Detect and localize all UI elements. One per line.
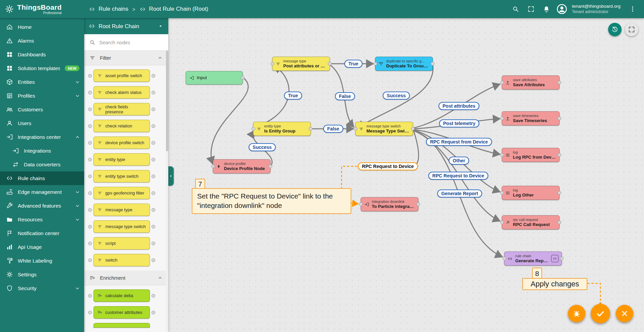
input-connector[interactable] (500, 117, 504, 120)
edge-label-other[interactable]: Other (449, 157, 469, 165)
output-connector[interactable] (328, 62, 332, 66)
sidebar-item-api-usage[interactable]: Api Usage (0, 240, 84, 254)
edge-label-success[interactable]: Success (383, 92, 410, 100)
node-device-profile[interactable]: device profileDevice Profile Node (213, 159, 271, 173)
output-connector[interactable] (558, 117, 561, 120)
rule-chain-selector[interactable]: Root Rule Chain (84, 18, 168, 34)
edge-label-generate-report[interactable]: Generate Report (437, 189, 482, 198)
search-nodes-input[interactable] (99, 40, 166, 45)
output-connector[interactable] (558, 191, 561, 195)
user-avatar[interactable] (555, 2, 569, 16)
node-message-type[interactable]: message typePost attributes or RP... (272, 57, 330, 71)
edge-label-post-telemetry[interactable]: Post telemetry (439, 119, 479, 127)
sidebar-item-white-labeling[interactable]: White Labeling (0, 254, 84, 268)
sidebar-item-integrations-center[interactable]: Integrations center (0, 130, 84, 144)
output-connector[interactable] (309, 127, 312, 131)
palette-collapse-toggle[interactable] (168, 166, 174, 186)
output-connector[interactable] (558, 153, 561, 157)
edge-label-false[interactable]: False (335, 92, 355, 100)
node-input[interactable]: Input (186, 71, 243, 85)
palette-node-message-type-switch[interactable]: message type switch (94, 220, 150, 233)
node-message-type-switch[interactable]: message type switchMessage Type Switch (355, 122, 413, 136)
debug-mode-button[interactable] (568, 305, 585, 322)
input-connector[interactable] (354, 127, 357, 131)
node-entity-type[interactable]: entity typeIs Entity Group (253, 122, 311, 136)
input-connector[interactable] (211, 165, 215, 168)
breadcrumb-rule-chains[interactable]: Rule chains (99, 6, 128, 12)
more-menu-button[interactable] (626, 2, 639, 16)
output-connector[interactable] (558, 221, 561, 224)
node-save-attributes[interactable]: save attributesSave Attributes (502, 75, 560, 90)
sidebar-item-integrations[interactable]: Integrations (0, 144, 84, 158)
sidebar-item-edge-management[interactable]: Edge management (0, 185, 84, 199)
sidebar-item-home[interactable]: Home (0, 20, 84, 34)
palette-node-check-relation[interactable]: check relation (94, 120, 150, 132)
edge-label-rpc-request-from-device[interactable]: RPC Request from Device (426, 138, 492, 146)
palette-node-calculate-delta[interactable]: calculate delta (94, 289, 150, 302)
palette-node-entity-type-switch[interactable]: entity type switch (94, 170, 150, 182)
palette-node-entity-type[interactable]: entity type (94, 153, 150, 166)
sidebar-item-notification-center[interactable]: Notification center (0, 226, 84, 240)
input-connector[interactable] (500, 221, 504, 224)
open-rule-chain-icon[interactable] (551, 255, 559, 262)
output-connector[interactable] (241, 76, 244, 80)
sidebar-item-advanced-features[interactable]: Advanced features (0, 199, 84, 213)
output-connector[interactable] (558, 81, 561, 85)
palette-node-message-type[interactable]: message type (94, 204, 150, 216)
palette-node-script[interactable]: script (94, 237, 150, 250)
sidebar-item-solution-templates[interactable]: Solution templates NEW (0, 61, 84, 75)
palette-node-customer-attributes[interactable]: customer attributes (94, 306, 150, 319)
output-connector[interactable] (416, 203, 420, 206)
sidebar-item-entities[interactable]: Entities (0, 75, 84, 89)
restore-history-button[interactable] (608, 23, 622, 36)
palette-node-asset-profile-switch[interactable]: asset profile switch (94, 69, 150, 82)
sidebar-item-profiles[interactable]: Profiles (0, 89, 84, 103)
edge-label-rpc-request-to-device[interactable]: RPC Request to Device (428, 172, 488, 180)
node-log-other[interactable]: logLog Other (502, 186, 560, 200)
input-connector[interactable] (500, 81, 504, 85)
input-connector[interactable] (251, 127, 255, 131)
sidebar-item-customers[interactable]: Customers (0, 103, 84, 116)
section-filter[interactable]: Filter (84, 51, 168, 65)
input-connector[interactable] (500, 191, 504, 195)
palette-node-check-alarm-status[interactable]: check alarm status (94, 86, 150, 99)
node-log-rpc-from-device[interactable]: logLog RPC from Device (502, 148, 560, 162)
edge-label-post-attributes[interactable]: Post attributes (438, 102, 479, 110)
sidebar-item-security[interactable]: Security (0, 281, 84, 295)
apply-changes-button[interactable] (591, 304, 610, 323)
palette-node-check-fields-presence[interactable]: check fields presence (94, 103, 150, 115)
sidebar-item-data-converters[interactable]: Data converters (0, 158, 84, 171)
palette-node-switch[interactable]: switch (94, 254, 150, 266)
sidebar-item-resources[interactable]: Resources (0, 213, 84, 226)
edge-label-true[interactable]: True (284, 92, 302, 100)
section-enrichment[interactable]: Enrichment (84, 271, 168, 285)
sidebar-item-dashboards[interactable]: Dashboards (0, 48, 84, 61)
node-rule-chain-generate-report[interactable]: rule chainGenerate Report (504, 252, 562, 266)
node-duplicate-to-group[interactable]: duplicate to specific g...Duplicate To G… (375, 57, 433, 71)
sidebar-item-settings[interactable]: Settings (0, 268, 84, 281)
node-rpc-call-request[interactable]: rpc call requestRPC Call Request (502, 215, 560, 229)
search-button[interactable] (509, 2, 522, 16)
edge-label-true[interactable]: True (344, 60, 362, 68)
node-save-timeseries[interactable]: save timeseriesSave Timeseries (502, 111, 560, 125)
input-connector[interactable] (271, 62, 274, 66)
notifications-button[interactable] (540, 2, 553, 16)
fullscreen-canvas-button[interactable] (625, 23, 638, 36)
input-connector[interactable] (359, 203, 363, 206)
edge-label-false[interactable]: False (323, 125, 343, 133)
palette-scrollbar[interactable] (166, 51, 168, 332)
fullscreen-button[interactable] (524, 2, 538, 16)
edge-label-success[interactable]: Success (249, 143, 276, 151)
sidebar-item-alarms[interactable]: Alarms (0, 34, 84, 48)
thingsboard-logo[interactable]: ThingsBoard Professional (0, 4, 84, 15)
output-connector[interactable] (560, 257, 564, 261)
output-connector[interactable] (269, 165, 272, 168)
output-connector[interactable] (411, 127, 415, 131)
node-integration-downlink[interactable]: integration downlinkTo Particle integrat… (361, 197, 418, 211)
edge-label-rpc-request-to-device-active[interactable]: RPC Request to Device (358, 162, 418, 170)
palette-node-device-profile-switch[interactable]: device profile switch (94, 136, 150, 149)
input-connector[interactable] (500, 153, 504, 157)
palette-node-gps-geofencing-filter[interactable]: gps geofencing filter (94, 187, 150, 199)
output-connector[interactable] (431, 62, 434, 66)
rule-chain-canvas[interactable]: Input message typePost attributes or RP.… (168, 18, 644, 332)
